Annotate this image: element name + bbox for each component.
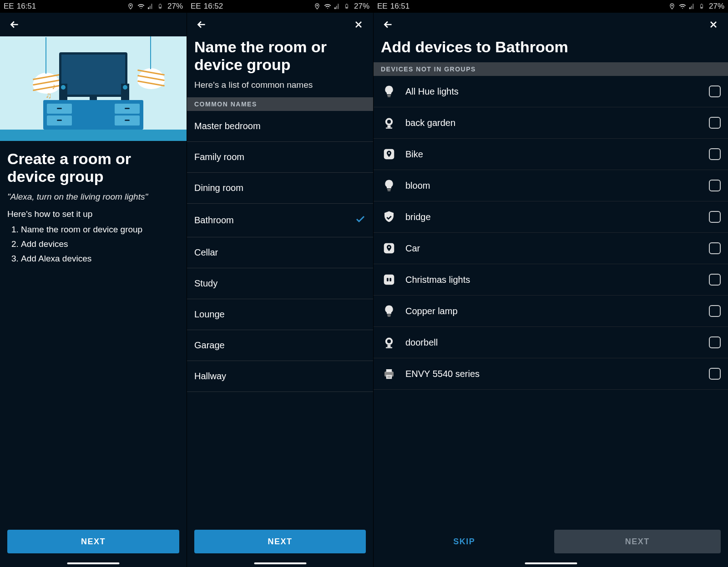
close-button[interactable] (351, 17, 366, 32)
svg-rect-25 (387, 278, 389, 281)
page-title: Create a room or device group (7, 150, 179, 186)
svg-point-30 (387, 340, 391, 343)
svg-rect-11 (701, 4, 702, 5)
room-name-label: Cellar (194, 247, 218, 258)
next-button[interactable]: NEXT (554, 530, 721, 553)
device-checkbox[interactable] (709, 368, 721, 380)
wifi-icon (137, 3, 145, 10)
room-name-option[interactable]: Study (187, 268, 373, 299)
status-bar: EE 16:51 27% (0, 0, 187, 13)
device-checkbox[interactable] (709, 274, 721, 286)
setup-subhead: Here's how to set it up (7, 209, 179, 219)
device-row[interactable]: back garden (374, 107, 728, 139)
status-time: 16:52 (204, 2, 223, 11)
device-row[interactable]: Car (374, 233, 728, 264)
section-header-common-names: COMMON NAMES (187, 97, 373, 111)
room-name-option[interactable]: Garage (187, 330, 373, 361)
room-name-option[interactable]: Cellar (187, 237, 373, 268)
device-row[interactable]: bloom (374, 170, 728, 201)
status-time: 16:51 (390, 2, 410, 11)
device-row[interactable]: Copper lamp (374, 296, 728, 327)
svg-rect-12 (387, 95, 391, 96)
room-name-option[interactable]: Family room (187, 142, 373, 173)
device-label: Bike (405, 149, 701, 160)
tile-icon (381, 240, 397, 256)
device-checkbox[interactable] (709, 305, 721, 317)
room-name-option[interactable]: Master bedroom (187, 111, 373, 142)
device-label: Copper lamp (405, 306, 701, 316)
room-name-label: Lounge (194, 309, 225, 320)
device-checkbox[interactable] (709, 117, 721, 129)
back-button[interactable] (194, 17, 209, 32)
device-row[interactable]: bridge (374, 201, 728, 233)
page-title: Name the room or device group (194, 38, 366, 74)
svg-rect-20 (387, 189, 391, 191)
room-name-label: Bathroom (194, 215, 234, 226)
tile-icon (381, 146, 397, 162)
room-name-label: Master bedroom (194, 121, 261, 131)
home-indicator[interactable] (254, 562, 306, 564)
home-indicator[interactable] (525, 562, 577, 564)
room-name-label: Garage (194, 340, 225, 351)
battery-pct: 27% (167, 2, 183, 11)
next-button[interactable]: NEXT (7, 530, 179, 553)
svg-rect-24 (384, 275, 394, 285)
svg-point-8 (672, 5, 672, 6)
skip-button[interactable]: SKIP (381, 530, 548, 553)
signal-icon (334, 3, 341, 10)
room-name-option[interactable]: Dining room (187, 173, 373, 204)
svg-rect-27 (387, 315, 391, 316)
svg-rect-7 (346, 4, 347, 5)
example-quote: "Alexa, turn on the living room lights" (7, 192, 179, 202)
back-button[interactable] (7, 17, 22, 32)
next-button[interactable]: NEXT (194, 530, 366, 553)
device-label: bloom (405, 181, 701, 191)
signal-icon (147, 3, 155, 10)
bulb-icon (381, 177, 397, 194)
step-item: Add Alexa devices (21, 254, 179, 264)
back-button[interactable] (381, 17, 395, 32)
device-checkbox[interactable] (709, 336, 721, 348)
device-row[interactable]: Bike (374, 139, 728, 170)
shield-icon (381, 209, 397, 225)
device-checkbox[interactable] (709, 242, 721, 254)
device-label: Car (405, 243, 701, 254)
room-name-option[interactable]: Lounge (187, 299, 373, 330)
location-icon (127, 3, 135, 10)
device-checkbox[interactable] (709, 211, 721, 223)
svg-rect-13 (388, 96, 390, 97)
room-name-option[interactable]: Hallway (187, 361, 373, 392)
device-checkbox[interactable] (709, 148, 721, 160)
device-row[interactable]: All Hue lights (374, 76, 728, 107)
home-indicator[interactable] (67, 562, 120, 564)
svg-rect-21 (388, 191, 390, 191)
svg-rect-37 (387, 377, 391, 378)
device-row[interactable]: ENVY 5540 series (374, 358, 728, 390)
device-checkbox[interactable] (709, 85, 721, 97)
close-button[interactable] (706, 17, 721, 32)
device-row[interactable]: doorbell (374, 327, 728, 358)
carrier-label: EE (191, 2, 201, 11)
svg-point-4 (317, 5, 318, 6)
wifi-icon (324, 3, 331, 10)
svg-rect-2 (159, 7, 161, 8)
page-subtitle: Here's a list of common names (194, 80, 366, 90)
svg-rect-32 (386, 347, 392, 348)
device-row[interactable]: Christmas lights (374, 264, 728, 296)
page-title: Add devices to Bathroom (381, 38, 721, 56)
status-time: 16:51 (17, 2, 36, 11)
room-name-label: Dining room (194, 183, 243, 193)
room-name-option[interactable]: Bathroom (187, 204, 373, 237)
svg-rect-34 (386, 369, 392, 372)
device-checkbox[interactable] (709, 180, 721, 191)
svg-rect-36 (387, 376, 391, 376)
bulb-icon (381, 83, 397, 100)
status-bar: EE 16:51 27% (374, 0, 728, 13)
room-name-label: Hallway (194, 371, 226, 381)
svg-rect-3 (160, 4, 161, 5)
svg-rect-17 (386, 128, 392, 129)
device-label: doorbell (405, 337, 701, 348)
svg-rect-26 (389, 278, 391, 281)
device-label: back garden (405, 118, 701, 128)
location-icon (314, 3, 321, 10)
